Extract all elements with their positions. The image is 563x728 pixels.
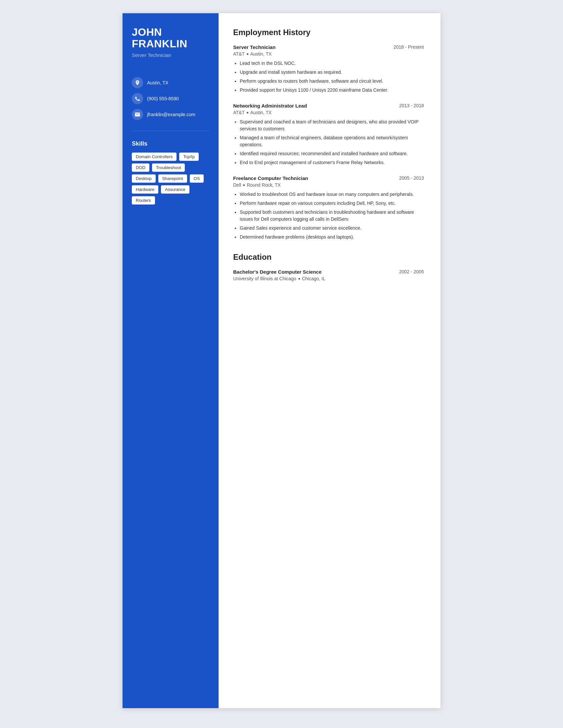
job-header: Networking Administrator Lead2013 - 2018 [233,103,424,109]
education-heading: Education [233,252,424,262]
job-company: AT&T Austin, TX [233,51,424,57]
jobs-list: Server Technician2018 - PresentAT&T Aust… [233,44,424,241]
skill-tag: Assurance [161,185,189,194]
email-icon [132,109,143,120]
candidate-title: Server Technician [132,52,209,58]
main-content: Employment History Server Technician2018… [218,13,441,708]
job-bullet: Managed a team of technical engineers, d… [240,134,424,148]
job-bullet: Provided support for Unisys 1100 / Unisy… [240,87,424,94]
location-icon [132,77,143,88]
skill-tag: Desktop [132,174,156,183]
skill-tag: Hardware [132,185,158,194]
skills-tags: Domain ControllersTcp/IpDODTroubleshootD… [132,153,209,205]
education-list: Bachelor's Degree Computer Science2002 -… [233,269,424,281]
skills-section: Skills Domain ControllersTcp/IpDODTroubl… [132,140,209,205]
edu-degree: Bachelor's Degree Computer Science [233,269,322,275]
job-header: Server Technician2018 - Present [233,44,424,50]
skill-tag: Tcp/Ip [179,153,199,161]
job-bullet: Perform upgrades to routers both hardwar… [240,78,424,85]
edu-school: University of Illinois at Chicago Chicag… [233,276,424,281]
job-bullet: End to End project management of custome… [240,159,424,166]
job-title: Networking Administrator Lead [233,103,307,109]
job-bullet: Upgrade and install system hardware as r… [240,69,424,76]
edu-block: Bachelor's Degree Computer Science2002 -… [233,269,424,281]
job-header: Freelance Computer Technician2005 - 2013 [233,175,424,181]
job-dates: 2018 - Present [394,44,424,50]
skill-tag: Sharepoint [158,174,187,183]
job-dates: 2013 - 2018 [399,103,424,108]
phone-text: (900) 555-8590 [147,96,179,101]
job-bullet: Perform hardware repair on various compu… [240,200,424,207]
location-text: Austin, TX [147,80,168,85]
phone-icon [132,93,143,104]
job-block: Freelance Computer Technician2005 - 2013… [233,175,424,241]
edu-header: Bachelor's Degree Computer Science2002 -… [233,269,424,275]
phone-item: (900) 555-8590 [132,93,209,104]
skill-tag: Routers [132,196,155,205]
email-text: jfranklin@example.com [147,112,195,117]
job-bullet: Identified required resources; recommend… [240,150,424,157]
employment-heading: Employment History [233,28,424,37]
employment-section: Employment History Server Technician2018… [233,28,424,241]
skill-tag: DOD [132,163,149,172]
sidebar: JOHN FRANKLIN Server Technician Austin, … [122,13,218,708]
sidebar-divider [132,131,209,131]
job-block: Server Technician2018 - PresentAT&T Aust… [233,44,424,94]
sidebar-header: JOHN FRANKLIN Server Technician [132,26,209,58]
job-bullet: Determined hardware problems (desktops a… [240,234,424,241]
job-bullet: Supported both customers and technicians… [240,209,424,223]
email-item: jfranklin@example.com [132,109,209,120]
job-bullet: Gained Sales experience and customer ser… [240,225,424,232]
skill-tag: Troubleshoot [152,163,185,172]
skill-tag: OS [190,174,204,183]
job-title: Server Technician [233,44,275,50]
job-bullets: Worked to troubleshoot OS and hardware i… [233,191,424,241]
job-bullet: Lead tech in the DSL NOC. [240,60,424,67]
location-item: Austin, TX [132,77,209,88]
job-company: Dell Round Rock, TX [233,182,424,188]
job-bullet: Supervised and coached a team of technic… [240,118,424,132]
contact-section: Austin, TX (900) 555-8590 jfranklin@exam… [132,77,209,120]
job-bullets: Supervised and coached a team of technic… [233,118,424,166]
job-bullets: Lead tech in the DSL NOC.Upgrade and ins… [233,60,424,94]
skill-tag: Domain Controllers [132,153,176,161]
job-dates: 2005 - 2013 [399,175,424,181]
resume-container: JOHN FRANKLIN Server Technician Austin, … [122,13,441,708]
job-block: Networking Administrator Lead2013 - 2018… [233,103,424,166]
candidate-name: JOHN FRANKLIN [132,26,209,50]
education-section: Education Bachelor's Degree Computer Sci… [233,252,424,281]
job-bullet: Worked to troubleshoot OS and hardware i… [240,191,424,198]
edu-dates: 2002 - 2005 [399,269,424,274]
skills-heading: Skills [132,140,209,147]
job-title: Freelance Computer Technician [233,175,308,181]
job-company: AT&T Austin, TX [233,110,424,115]
